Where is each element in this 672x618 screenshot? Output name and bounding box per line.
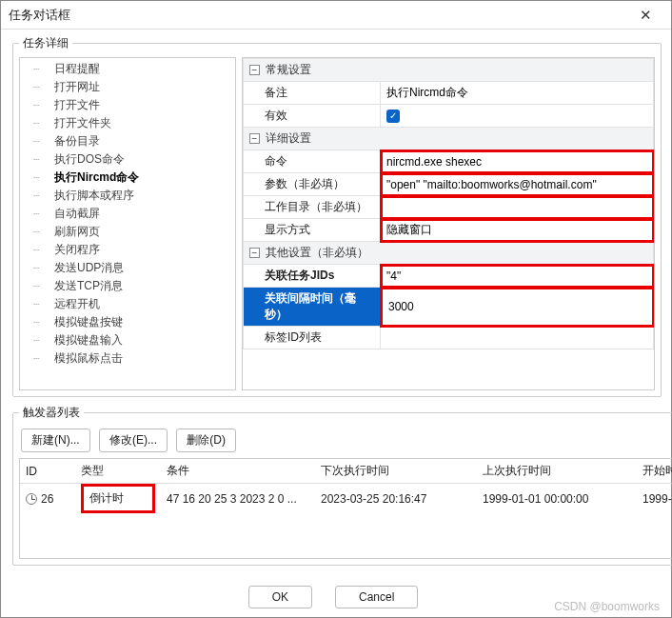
tree-item-label: 关闭程序 (54, 242, 100, 258)
new-trigger-button[interactable]: 新建(N)... (21, 429, 90, 452)
row-command[interactable]: 命令 nircmd.exe shexec (244, 150, 654, 173)
tree-connector-icon: ┄ (33, 280, 54, 292)
value-args[interactable]: "open" "mailto:boomworks@hotmail.com" (381, 173, 654, 196)
tree-item-0[interactable]: ┄日程提醒 (20, 60, 235, 78)
dialog-body: 任务详细 ┄日程提醒┄打开网址┄打开文件┄打开文件夹┄备份目录┄执行DOS命令┄… (1, 30, 671, 577)
tree-connector-icon: ┄ (33, 117, 54, 130)
titlebar: 任务对话框 ✕ (1, 1, 671, 30)
dialog-window: 任务对话框 ✕ 任务详细 ┄日程提醒┄打开网址┄打开文件┄打开文件夹┄备份目录┄… (0, 0, 672, 618)
col-cond[interactable]: 条件 (161, 459, 315, 484)
close-button[interactable]: ✕ (627, 7, 663, 24)
row-display[interactable]: 显示方式 隐藏窗口 (244, 219, 654, 242)
interval-input[interactable] (386, 299, 647, 314)
checkbox-enabled[interactable]: ✓ (386, 110, 400, 123)
row-tags[interactable]: 标签ID列表 (244, 327, 654, 349)
col-last[interactable]: 上次执行时间 (477, 459, 637, 484)
tree-connector-icon: ┄ (33, 135, 54, 148)
col-id[interactable]: ID (20, 459, 75, 484)
tree-item-6[interactable]: ┄执行Nircmd命令 (20, 169, 235, 187)
value-display[interactable]: 隐藏窗口 (381, 219, 654, 242)
tree-connector-icon: ┄ (33, 244, 54, 256)
window-title: 任务对话框 (9, 7, 627, 24)
value-tags[interactable] (381, 327, 654, 349)
tree-item-label: 备份目录 (54, 133, 100, 150)
cell-last: 1999-01-01 00:00:00 (477, 484, 637, 514)
tree-item-4[interactable]: ┄备份目录 (20, 132, 235, 150)
cancel-button[interactable]: Cancel (335, 586, 418, 608)
col-next[interactable]: 下次执行时间 (315, 459, 477, 484)
collapse-icon[interactable]: − (249, 133, 260, 144)
clock-icon (26, 493, 37, 505)
tree-item-15[interactable]: ┄模拟键盘输入 (20, 331, 235, 349)
tree-item-16[interactable]: ┄模拟鼠标点击 (20, 349, 235, 368)
row-enabled[interactable]: 有效 ✓ (244, 105, 654, 128)
row-interval[interactable]: 关联间隔时间（毫秒） (244, 288, 654, 327)
tree-item-8[interactable]: ┄自动截屏 (20, 205, 235, 223)
tree-connector-icon: ┄ (33, 63, 54, 75)
col-type[interactable]: 类型 (75, 459, 161, 484)
grid-header-row: ID 类型 条件 下次执行时间 上次执行时间 开始时间 (20, 459, 672, 484)
section-detail-label: 详细设置 (266, 131, 311, 145)
tree-item-label: 日程提醒 (54, 61, 100, 77)
tree-item-7[interactable]: ┄执行脚本或程序 (20, 187, 235, 205)
collapse-icon[interactable]: − (249, 65, 260, 75)
tree-item-label: 执行脚本或程序 (54, 188, 134, 204)
delete-trigger-button[interactable]: 删除(D) (176, 429, 236, 452)
trigger-row[interactable]: 26 倒计时 47 16 20 25 3 2023 2 0 ... 2023-0… (20, 484, 672, 514)
section-detail[interactable]: −详细设置 (244, 128, 654, 150)
label-tags: 标签ID列表 (244, 327, 381, 349)
task-details-legend: 任务详细 (19, 35, 72, 51)
tree-item-label: 打开文件夹 (54, 115, 111, 131)
tree-item-label: 远程开机 (54, 296, 100, 312)
collapse-icon[interactable]: − (249, 248, 260, 258)
tree-item-2[interactable]: ┄打开文件 (20, 96, 235, 114)
value-command[interactable]: nircmd.exe shexec (381, 150, 654, 173)
tree-connector-icon: ┄ (33, 208, 54, 220)
tree-item-1[interactable]: ┄打开网址 (20, 78, 235, 96)
tree-item-label: 打开网址 (54, 79, 100, 95)
tree-connector-icon: ┄ (33, 316, 54, 329)
label-display: 显示方式 (244, 219, 381, 242)
tree-connector-icon: ┄ (33, 153, 54, 166)
value-workdir[interactable] (381, 196, 654, 219)
tree-item-label: 发送UDP消息 (54, 260, 124, 276)
tree-item-label: 执行Nircmd命令 (54, 169, 139, 186)
section-general-label: 常规设置 (266, 63, 311, 76)
row-jids[interactable]: 关联任务JIDs "4" (244, 265, 654, 288)
tree-item-10[interactable]: ┄关闭程序 (20, 241, 235, 259)
tree-item-14[interactable]: ┄模拟键盘按键 (20, 313, 235, 331)
property-grid[interactable]: −常规设置 备注 执行Nircmd命令 有效 ✓ −详细设置 (242, 57, 655, 390)
section-other[interactable]: −其他设置（非必填） (244, 242, 654, 265)
tree-connector-icon: ┄ (33, 189, 54, 202)
col-start[interactable]: 开始时间 (637, 459, 672, 484)
tree-item-13[interactable]: ┄远程开机 (20, 295, 235, 313)
tree-connector-icon: ┄ (33, 99, 54, 111)
row-args[interactable]: 参数（非必填） "open" "mailto:boomworks@hotmail… (244, 173, 654, 196)
tree-connector-icon: ┄ (33, 298, 54, 310)
tree-item-12[interactable]: ┄发送TCP消息 (20, 277, 235, 295)
value-remark[interactable]: 执行Nircmd命令 (381, 82, 654, 105)
value-jids[interactable]: "4" (381, 265, 654, 288)
tree-connector-icon: ┄ (33, 171, 54, 184)
trigger-grid[interactable]: ID 类型 条件 下次执行时间 上次执行时间 开始时间 26 倒计时 47 16 (19, 458, 672, 559)
label-enabled: 有效 (244, 105, 381, 128)
label-args: 参数（非必填） (244, 173, 381, 196)
section-other-label: 其他设置（非必填） (266, 246, 368, 259)
task-type-tree[interactable]: ┄日程提醒┄打开网址┄打开文件┄打开文件夹┄备份目录┄执行DOS命令┄执行Nir… (19, 57, 236, 390)
tree-item-3[interactable]: ┄打开文件夹 (20, 114, 235, 132)
tree-item-9[interactable]: ┄刷新网页 (20, 223, 235, 241)
tree-item-11[interactable]: ┄发送UDP消息 (20, 259, 235, 277)
edit-trigger-button[interactable]: 修改(E)... (99, 429, 168, 452)
tree-item-5[interactable]: ┄执行DOS命令 (20, 150, 235, 169)
task-details-group: 任务详细 ┄日程提醒┄打开网址┄打开文件┄打开文件夹┄备份目录┄执行DOS命令┄… (12, 35, 662, 397)
trigger-toolbar: 新建(N)... 修改(E)... 删除(D) (19, 427, 672, 458)
label-interval: 关联间隔时间（毫秒） (244, 288, 381, 327)
cell-next: 2023-03-25 20:16:47 (315, 484, 477, 514)
row-workdir[interactable]: 工作目录（非必填） (244, 196, 654, 219)
label-jids: 关联任务JIDs (244, 265, 381, 288)
row-remark[interactable]: 备注 执行Nircmd命令 (244, 82, 654, 105)
section-general[interactable]: −常规设置 (244, 59, 654, 82)
value-interval[interactable] (381, 288, 654, 327)
ok-button[interactable]: OK (248, 586, 312, 608)
watermark: CSDN @boomworks (554, 600, 660, 613)
